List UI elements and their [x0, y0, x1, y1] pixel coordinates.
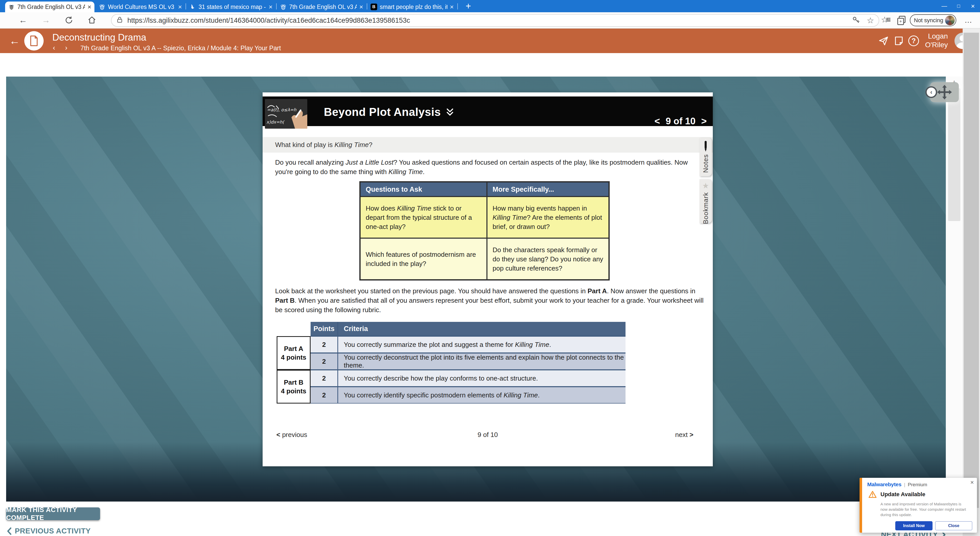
criteria-cell: You correctly identify specific postmode…: [338, 387, 625, 403]
notes-side-tab[interactable]: Notes: [700, 138, 712, 176]
points-cell: 2: [310, 353, 338, 369]
bookmark-star-icon: ★: [702, 181, 709, 190]
password-key-icon[interactable]: [852, 16, 860, 25]
profile-avatar: [945, 16, 955, 25]
window-minimize-button[interactable]: —: [937, 0, 951, 12]
question-bar: What kind of play is Killing Time?: [262, 137, 713, 153]
pager-label: 9 of 10: [666, 116, 695, 127]
pager-prev-button[interactable]: <: [655, 116, 660, 127]
screen: 7th Grade English OL v3 A -- Spi × World…: [0, 0, 980, 536]
back-button[interactable]: ←: [15, 12, 31, 28]
help-icon[interactable]: ?: [908, 35, 919, 46]
points-cell: 2: [310, 387, 338, 403]
previous-activity-link[interactable]: PREVIOUS ACTIVITY: [6, 527, 91, 535]
lesson-title-row[interactable]: Beyond Plot Analysis: [324, 106, 455, 118]
column-header: More Specifically...: [487, 182, 609, 197]
favorites-bar-icon[interactable]: ☆: [881, 15, 891, 24]
lock-icon: [116, 16, 123, 25]
buzz-bee-icon: [8, 3, 15, 10]
popup-heading: Update Available: [880, 491, 925, 498]
install-now-button[interactable]: Install Now: [895, 521, 932, 530]
page-title: Deconstructing Drama: [52, 32, 146, 43]
content-scrollbar-thumb[interactable]: [948, 88, 960, 221]
browser-scrollbar[interactable]: [963, 29, 980, 536]
malwarebytes-logo: Malwarebytes: [867, 481, 901, 488]
pager-next-button[interactable]: >: [701, 116, 707, 127]
send-message-icon[interactable]: [878, 35, 889, 46]
tab-divider: [186, 3, 186, 10]
lesson-pager: < 9 of 10 >: [655, 116, 707, 127]
table-cell: How does Killing Time stick to or depart…: [360, 197, 487, 238]
column-header: Points: [310, 322, 338, 336]
user-name: Logan O'Riley: [925, 32, 948, 49]
back-arrow-icon[interactable]: ←: [9, 35, 20, 47]
move-cross-icon: [937, 84, 953, 100]
chalkboard-thumbnail: =a(t), o≤λ=h x)dx=h(: [265, 99, 307, 129]
address-bar[interactable]: https://lss.agilixbuzz.com/student/14636…: [111, 14, 879, 27]
tab-title: 7th Grade English OL v3 A -- Spi: [18, 3, 85, 11]
tab-close-icon[interactable]: ×: [450, 3, 454, 10]
lesson-title: Beyond Plot Analysis: [324, 106, 441, 118]
sync-status-label: Not syncing: [914, 17, 945, 24]
lesson-header-bar: =a(t), o≤λ=h x)dx=h( Beyond Plot Analysi…: [262, 97, 713, 126]
refresh-button[interactable]: [61, 12, 77, 28]
next-page-link[interactable]: next >: [675, 431, 694, 439]
lesson-card: =a(t), o≤λ=h x)dx=h( Beyond Plot Analysi…: [262, 92, 713, 466]
add-favorite-icon[interactable]: ☆: [867, 16, 874, 25]
collapse-widget-button[interactable]: ‹: [925, 86, 937, 98]
browser-menu-button[interactable]: …: [960, 12, 977, 28]
tab-close-icon[interactable]: ×: [360, 3, 363, 10]
window-close-button[interactable]: ×: [966, 0, 980, 12]
tab-close-icon[interactable]: ×: [88, 3, 91, 10]
home-button[interactable]: [84, 12, 100, 28]
points-cell: 2: [310, 371, 338, 386]
table-row: Which features of postmodernism are incl…: [360, 238, 609, 280]
rubric-row: 2 You correctly deconstruct the plot int…: [310, 353, 625, 369]
double-chevron-down-icon[interactable]: [445, 107, 455, 117]
buzz-bee-icon: [99, 3, 105, 10]
rubric-row: 2 You correctly describe how the play co…: [310, 371, 625, 386]
chevron-left-icon: [6, 527, 12, 535]
browser-scrollbar-thumb[interactable]: [964, 33, 979, 508]
rubric-row: 2 You correctly identify specific postmo…: [310, 387, 625, 403]
content-scrollbar[interactable]: ▲: [946, 76, 963, 501]
browser-tab-3[interactable]: 31 states of mexico map - Bing i ×: [186, 2, 275, 12]
breadcrumb-next-icon[interactable]: ›: [65, 44, 67, 52]
window-maximize-button[interactable]: □: [951, 0, 966, 12]
tab-divider: [367, 3, 367, 10]
svg-text:x)dx=h(: x)dx=h(: [266, 119, 285, 124]
bookmark-tab-label: Bookmark: [702, 192, 710, 224]
rubric-row: 2 You correctly summarize the plot and s…: [310, 337, 625, 353]
new-tab-button[interactable]: +: [463, 0, 474, 12]
table-row: How does Killing Time stick to or depart…: [360, 197, 609, 238]
tab-close-icon[interactable]: ×: [178, 3, 182, 10]
popup-close-button[interactable]: Close: [935, 521, 972, 530]
browser-tab-2[interactable]: World Cultures MS OL v3 A -- Sp ×: [96, 2, 185, 12]
browser-toolbar: ← → https://lss.agilixbuzz.com/student/1…: [0, 12, 980, 29]
notes-page-icon[interactable]: [893, 35, 904, 46]
column-header: Criteria: [338, 322, 625, 336]
browser-tab-5[interactable]: B smart people plz do this, its 25 p ×: [368, 2, 457, 12]
breadcrumb: 7th Grade English OL v3 A -- Spiezio, Er…: [80, 45, 281, 52]
breadcrumb-prev-icon[interactable]: ‹: [53, 44, 55, 52]
forward-button: →: [38, 12, 54, 28]
points-cell: 2: [310, 337, 338, 353]
criteria-cell: You correctly summarize the plot and sug…: [338, 337, 625, 353]
app-header: ← Deconstructing Drama ‹ › 7th Grade Eng…: [0, 29, 980, 53]
buzz-bee-icon: [280, 3, 286, 10]
rubric-group-part-a: Part A 4 points: [277, 336, 310, 370]
popup-brand-row: Malwarebytes | Premium: [867, 481, 927, 488]
notes-tab-label: Notes: [702, 154, 710, 173]
popup-close-icon[interactable]: ×: [970, 479, 974, 486]
collections-icon[interactable]: +: [897, 16, 906, 25]
sync-status-pill[interactable]: Not syncing: [910, 14, 956, 26]
tab-title: 7th Grade English OL v3 A -- Spi: [289, 3, 357, 11]
browser-tab-1[interactable]: 7th Grade English OL v3 A -- Spi ×: [5, 2, 94, 12]
mark-activity-complete-button[interactable]: MARK THIS ACTIVITY COMPLETE: [6, 507, 100, 520]
tab-close-icon[interactable]: ×: [269, 3, 272, 10]
activity-type-icon: [24, 31, 44, 51]
bing-icon: [189, 3, 196, 10]
browser-tab-4[interactable]: 7th Grade English OL v3 A -- Spi ×: [277, 2, 366, 12]
tab-divider: [276, 3, 277, 10]
bookmark-side-tab[interactable]: ★ Bookmark: [700, 179, 712, 223]
